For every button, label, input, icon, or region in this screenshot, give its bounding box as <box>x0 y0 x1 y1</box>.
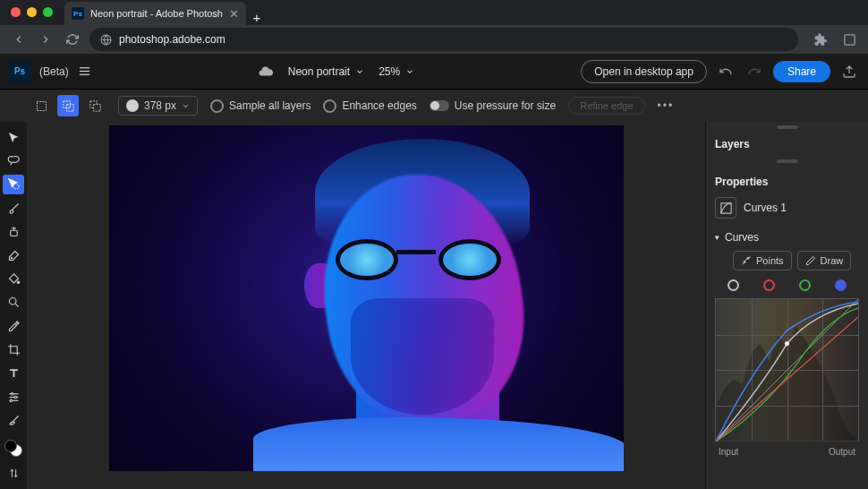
tab-bar: Ps Neon portrait - Adobe Photosh ✕ + <box>0 0 868 25</box>
document-name[interactable]: Neon portrait <box>288 65 364 78</box>
url-text: photoshop.adobe.com <box>119 33 226 46</box>
close-window[interactable] <box>11 7 21 17</box>
chevron-down-icon <box>355 67 364 76</box>
curves-io-labels: Input Output <box>706 442 868 457</box>
svg-point-13 <box>17 281 20 284</box>
curves-section-header[interactable]: ▾ Curves <box>706 222 868 251</box>
account-icon[interactable] <box>839 30 859 49</box>
fill-tool[interactable] <box>3 269 24 288</box>
quick-select-tool[interactable] <box>3 175 24 194</box>
channel-selector <box>706 279 868 298</box>
share-button[interactable]: Share <box>773 61 830 82</box>
use-pressure-toggle[interactable]: Use pressure for size <box>430 99 556 112</box>
input-label: Input <box>719 447 738 457</box>
maximize-window[interactable] <box>43 7 53 17</box>
adjust-tool[interactable] <box>3 387 24 407</box>
panel-drag-handle[interactable] <box>777 125 798 129</box>
document-canvas[interactable] <box>109 125 624 471</box>
browser-tab[interactable]: Ps Neon portrait - Adobe Photosh ✕ <box>64 2 246 25</box>
cloud-icon[interactable] <box>258 64 274 80</box>
layers-panel-title[interactable]: Layers <box>706 133 868 156</box>
forward-button[interactable] <box>36 30 55 49</box>
svg-rect-7 <box>66 104 73 111</box>
radio-off-icon <box>210 99 224 113</box>
zoom-dropdown[interactable]: 25% <box>379 65 414 78</box>
radio-off-icon <box>323 99 336 113</box>
adjustment-layer-row[interactable]: Curves 1 <box>706 193 868 222</box>
lasso-tool[interactable] <box>3 150 24 170</box>
refine-edge-button[interactable]: Refine edge <box>568 97 644 115</box>
svg-rect-11 <box>10 230 17 236</box>
new-selection-icon[interactable] <box>30 95 52 116</box>
brush-size-dropdown[interactable]: 378 px <box>118 96 198 116</box>
chevron-down-icon <box>405 67 414 76</box>
channel-blue[interactable] <box>835 279 847 291</box>
open-desktop-button[interactable]: Open in desktop app <box>581 60 707 83</box>
curves-adjustment-icon <box>715 197 736 219</box>
svg-point-20 <box>10 399 13 402</box>
right-panels: Layers Properties Curves 1 ▾ Curves Poin… <box>705 122 868 489</box>
svg-rect-9 <box>93 104 100 111</box>
properties-panel-title[interactable]: Properties <box>706 167 868 193</box>
move-tool[interactable] <box>3 127 24 147</box>
crop-tool[interactable] <box>3 339 24 359</box>
svg-point-12 <box>11 257 12 258</box>
eyedropper-tool[interactable] <box>3 316 24 336</box>
channel-green[interactable] <box>799 279 811 291</box>
options-bar: 378 px Sample all layers Enhance edges U… <box>0 90 868 122</box>
eraser-tool[interactable] <box>3 411 24 431</box>
text-tool[interactable] <box>3 364 24 383</box>
svg-rect-5 <box>37 101 46 110</box>
adjustment-name: Curves 1 <box>744 202 787 214</box>
panel-drag-handle[interactable] <box>777 159 798 163</box>
brush-tool[interactable] <box>3 198 24 218</box>
app-header: Ps (Beta) Neon portrait 25% Open in desk… <box>0 54 868 90</box>
beta-label: (Beta) <box>39 65 69 78</box>
chevron-down-icon: ▾ <box>715 233 719 242</box>
undo-icon[interactable] <box>716 62 736 82</box>
ps-logo-icon[interactable]: Ps <box>9 61 30 82</box>
switch-off-icon <box>430 100 449 111</box>
heal-tool[interactable] <box>3 245 24 265</box>
svg-line-24 <box>716 299 858 442</box>
chevron-down-icon <box>182 102 190 110</box>
curves-graph[interactable] <box>715 298 859 442</box>
svg-point-14 <box>9 298 16 305</box>
brush-preview-icon <box>126 99 139 112</box>
new-tab-button[interactable]: + <box>246 10 268 25</box>
window-controls <box>11 7 53 17</box>
channel-rgb[interactable] <box>728 279 739 291</box>
browser-chrome: Ps Neon portrait - Adobe Photosh ✕ + pho… <box>0 0 868 54</box>
redo-icon[interactable] <box>745 62 764 82</box>
reload-button[interactable] <box>63 30 82 49</box>
clone-tool[interactable] <box>3 222 24 242</box>
enhance-edges-toggle[interactable]: Enhance edges <box>323 99 416 113</box>
more-options-icon[interactable]: ••• <box>658 99 675 112</box>
favicon-icon: Ps <box>72 7 84 20</box>
svg-point-26 <box>785 341 789 346</box>
close-tab-icon[interactable]: ✕ <box>229 7 239 21</box>
svg-point-18 <box>11 392 13 395</box>
address-bar: photoshop.adobe.com <box>0 25 868 54</box>
url-input[interactable]: photoshop.adobe.com <box>89 28 798 51</box>
color-swatch[interactable] <box>4 440 22 457</box>
draw-mode-button[interactable]: Draw <box>797 251 852 270</box>
subtract-selection-icon[interactable] <box>84 95 106 116</box>
extensions-icon[interactable] <box>811 30 830 49</box>
export-icon[interactable] <box>839 62 859 82</box>
tab-title: Neon portrait - Adobe Photosh <box>90 8 223 19</box>
dodge-tool[interactable] <box>3 293 24 313</box>
workspace: Layers Properties Curves 1 ▾ Curves Poin… <box>0 122 868 489</box>
add-selection-icon[interactable] <box>57 95 79 116</box>
canvas-area[interactable] <box>27 122 705 489</box>
points-mode-button[interactable]: Points <box>733 251 792 270</box>
back-button[interactable] <box>9 30 29 49</box>
swap-colors-icon[interactable] <box>3 464 24 484</box>
svg-line-25 <box>716 317 858 442</box>
channel-red[interactable] <box>763 279 775 291</box>
menu-icon[interactable] <box>78 64 91 78</box>
svg-rect-1 <box>844 34 854 44</box>
sample-all-layers-toggle[interactable]: Sample all layers <box>210 99 311 113</box>
output-label: Output <box>829 447 855 457</box>
minimize-window[interactable] <box>27 7 37 17</box>
